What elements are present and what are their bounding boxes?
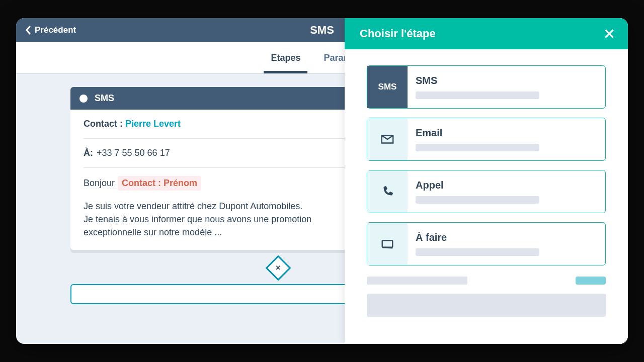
- remove-step-button[interactable]: ×: [265, 255, 291, 281]
- option-call[interactable]: Appel: [367, 170, 606, 213]
- panel-footer: [345, 277, 628, 285]
- contact-name[interactable]: Pierre Levert: [125, 119, 181, 129]
- panel-title: Choisir l'étape: [360, 27, 436, 40]
- option-label: SMS: [416, 75, 539, 86]
- close-icon: ×: [276, 263, 280, 273]
- panel-body: SMS SMS Email: [345, 49, 628, 265]
- card-header-label: SMS: [95, 93, 114, 104]
- skeleton-line: [416, 196, 539, 204]
- svg-rect-0: [382, 240, 393, 247]
- step-chooser-panel: Choisir l'étape SMS SMS Email: [345, 18, 628, 344]
- envelope-icon: [367, 118, 408, 160]
- skeleton-block: [367, 294, 606, 317]
- to-label: À:: [84, 148, 93, 158]
- option-sms[interactable]: SMS SMS: [367, 65, 606, 109]
- skeleton-line: [416, 248, 539, 256]
- chevron-left-icon: [25, 26, 31, 35]
- tab-steps[interactable]: Etapes: [271, 42, 300, 73]
- status-dot-icon: [79, 95, 88, 103]
- option-email[interactable]: Email: [367, 118, 606, 161]
- phone-icon: [367, 170, 408, 213]
- skeleton-line: [416, 92, 539, 99]
- option-label: Appel: [416, 179, 539, 191]
- option-label: À faire: [416, 232, 539, 243]
- sms-icon: SMS: [367, 66, 408, 108]
- close-panel-button[interactable]: [603, 27, 616, 40]
- option-label: Email: [416, 127, 539, 139]
- skeleton-line: [367, 277, 467, 285]
- message-text: Je suis votre vendeur attitré chez Dupon…: [84, 200, 355, 239]
- todo-icon: [367, 223, 408, 265]
- option-todo[interactable]: À faire: [367, 222, 606, 265]
- back-button[interactable]: Précédent: [25, 25, 76, 35]
- back-label: Précédent: [35, 25, 76, 35]
- app-window: Précédent SMS Etapes Paramètres SMS Cont…: [16, 18, 628, 344]
- to-number: +33 7 55 50 66 17: [97, 148, 170, 158]
- close-icon: [603, 27, 616, 40]
- greeting-text: Bonjour: [84, 178, 115, 189]
- contact-label: Contact :: [84, 119, 125, 129]
- skeleton-line: [416, 144, 539, 151]
- panel-header: Choisir l'étape: [345, 18, 628, 49]
- merge-token[interactable]: Contact : Prénom: [118, 176, 201, 191]
- page-title: SMS: [310, 24, 334, 37]
- skeleton-pill: [576, 277, 606, 285]
